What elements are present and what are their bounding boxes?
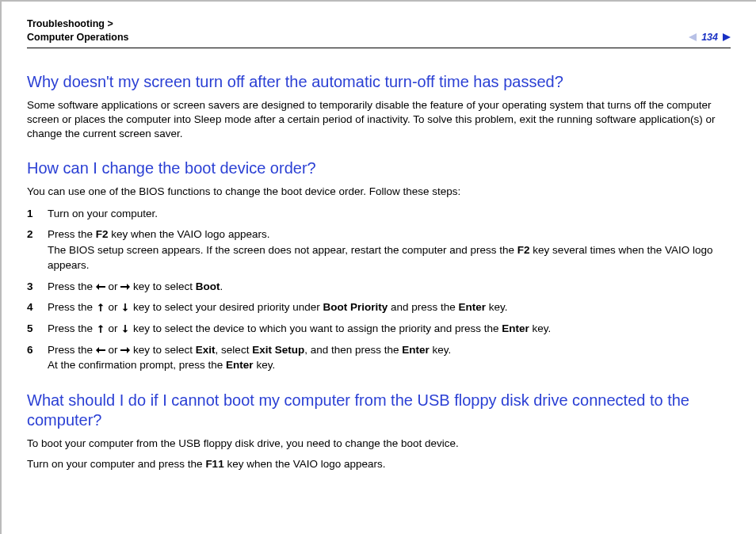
step-6: Press the or key to select Exit, select … [27, 342, 731, 373]
breadcrumb-line-1: Troubleshooting > [27, 18, 113, 29]
arrow-down-icon [120, 325, 130, 333]
t: Press the [48, 322, 96, 334]
question-2-intro: You can use one of the BIOS functions to… [27, 185, 731, 199]
step-1: Turn on your computer. [27, 206, 731, 222]
step-5: Press the or key to select the device to… [27, 321, 731, 337]
arrow-left-icon [96, 283, 105, 291]
t: Turn on your computer and press the [27, 458, 205, 470]
page-number: 134 [701, 32, 718, 43]
t: key. [430, 344, 452, 356]
t: key. [529, 322, 552, 334]
enter-key: Enter [402, 344, 430, 356]
question-1-body: Some software applications or screen sav… [27, 98, 731, 142]
t: key to select [130, 280, 196, 292]
question-2-title: How can I change the boot device order? [27, 158, 731, 178]
exit-setup-key: Exit Setup [252, 344, 304, 356]
t: , and then press the [304, 344, 402, 356]
t: or [105, 344, 121, 356]
t: or [105, 301, 121, 313]
page-number-nav: 134 [689, 32, 731, 44]
arrow-up-icon [96, 325, 105, 333]
t: key when the VAIO logo appears. [109, 228, 270, 240]
t: Press the [48, 344, 96, 356]
t: key to select [130, 344, 196, 356]
question-3-p1: To boot your computer from the USB flopp… [27, 437, 731, 451]
f2-key: F2 [96, 228, 109, 240]
boot-priority-key: Boot Priority [323, 301, 388, 313]
t: Press the [48, 301, 96, 313]
enter-key: Enter [459, 301, 487, 313]
t: . [220, 280, 223, 292]
t: or [105, 280, 121, 292]
step-2: Press the F2 key when the VAIO logo appe… [27, 227, 731, 273]
question-1-title: Why doesn't my screen turn off after the… [27, 72, 731, 92]
t: Press the [48, 280, 96, 292]
question-3-p2: Turn on your computer and press the F11 … [27, 457, 731, 471]
t: key to select your desired priority unde… [130, 301, 323, 313]
t: Press the [48, 228, 96, 240]
exit-key: Exit [196, 344, 216, 356]
t: key. [486, 301, 508, 313]
t: key. [254, 359, 276, 371]
enter-key: Enter [226, 359, 254, 371]
f11-key: F11 [205, 458, 223, 470]
arrow-up-icon [96, 303, 105, 311]
step-1-text: Turn on your computer. [48, 208, 158, 219]
breadcrumb: Troubleshooting > Computer Operations [27, 17, 129, 44]
f2-key: F2 [517, 244, 530, 256]
question-3-title: What should I do if I cannot boot my com… [27, 391, 731, 430]
arrow-left-icon [96, 346, 105, 354]
boot-key: Boot [196, 280, 220, 292]
t: The BIOS setup screen appears. If the sc… [48, 244, 517, 256]
arrow-right-icon [120, 283, 130, 291]
step-4: Press the or key to select your desired … [27, 299, 731, 315]
step-3: Press the or key to select Boot. [27, 279, 731, 295]
breadcrumb-line-2: Computer Operations [27, 32, 129, 43]
boot-steps-list: Turn on your computer. Press the F2 key … [27, 206, 731, 373]
t: , select [216, 344, 253, 356]
t: and press the [388, 301, 458, 313]
arrow-down-icon [120, 303, 130, 311]
t: key when the VAIO logo appears. [224, 458, 386, 470]
enter-key: Enter [502, 322, 529, 334]
t: or [105, 322, 121, 334]
t: At the confirmation prompt, press the [48, 359, 226, 371]
page-header: Troubleshooting > Computer Operations 13… [27, 17, 731, 48]
t: key to select the device to which you wa… [130, 322, 502, 334]
arrow-right-icon [120, 346, 130, 354]
prev-page-icon[interactable] [689, 33, 697, 41]
next-page-icon[interactable] [723, 33, 731, 41]
